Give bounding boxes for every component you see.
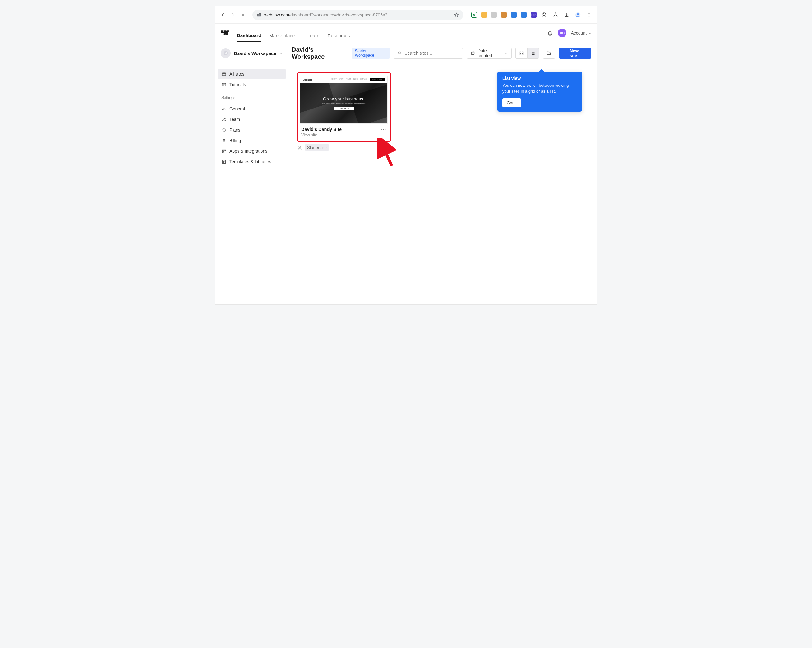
chevron-down-icon: ⌄ <box>589 31 591 35</box>
template-icon <box>221 159 226 164</box>
new-folder-button[interactable] <box>543 47 555 59</box>
extensions-icon[interactable] <box>541 12 548 18</box>
webflow-logo-icon[interactable] <box>221 29 229 37</box>
sidebar-item-all-sites[interactable]: All sites <box>218 69 286 79</box>
site-options-icon[interactable]: ··· <box>381 127 386 131</box>
extension-icon[interactable]: N <box>471 12 477 18</box>
sidebar-item-tutorials[interactable]: Tutorials <box>218 79 286 90</box>
site-card[interactable]: Business ABOUTWORKTEAMBLOGCONTACT CONTAC… <box>296 72 391 142</box>
svg-point-17 <box>223 108 224 109</box>
sidebar-item-plans[interactable]: Plans <box>218 125 286 135</box>
target-icon <box>221 127 226 133</box>
sidebar-item-label: Tutorials <box>229 82 246 87</box>
plan-badge: Starter Workspace <box>352 47 390 59</box>
svg-point-16 <box>222 109 223 110</box>
extension-icon[interactable] <box>491 12 497 18</box>
grid-icon <box>519 51 524 56</box>
draft-icon <box>298 145 302 150</box>
thumb-headline: Grow your business. <box>323 96 364 101</box>
chevron-down-icon: ⌄ <box>352 34 354 38</box>
list-icon <box>531 51 535 56</box>
page-title: David's Workspace <box>292 46 348 60</box>
sidebar-item-team[interactable]: Team <box>218 114 286 125</box>
sort-dropdown[interactable]: Date created ⌄ <box>467 47 512 59</box>
svg-point-4 <box>589 13 589 14</box>
thumb-nav: ABOUTWORKTEAMBLOGCONTACT CONTACT US <box>331 78 385 81</box>
users-icon <box>221 117 226 122</box>
browser-toolbar: webflow.com/dashboard?workspace=davids-w… <box>215 6 597 24</box>
popover-dismiss-button[interactable]: Got it <box>502 98 521 107</box>
plan-tag: Starter site <box>305 144 329 151</box>
sidebar-item-billing[interactable]: Billing <box>218 135 286 146</box>
svg-rect-10 <box>520 52 521 53</box>
address-bar[interactable]: webflow.com/dashboard?workspace=davids-w… <box>252 10 463 20</box>
star-icon[interactable] <box>454 12 459 17</box>
extension-icon[interactable] <box>501 12 507 18</box>
svg-rect-25 <box>222 160 225 163</box>
sidebar-item-templates[interactable]: Templates & Libraries <box>218 156 286 167</box>
svg-point-5 <box>589 14 589 15</box>
list-view-button[interactable] <box>527 47 539 59</box>
nav-learn[interactable]: Learn <box>307 24 319 42</box>
grid-view-button[interactable] <box>516 47 527 59</box>
close-tab-icon[interactable] <box>240 12 246 18</box>
workspace-switcher[interactable]: David's Workspace ⌄ <box>221 48 286 58</box>
forward-icon[interactable] <box>229 12 236 18</box>
svg-rect-23 <box>224 150 225 151</box>
sidebar-item-label: All sites <box>229 72 244 76</box>
labs-icon[interactable] <box>552 12 559 18</box>
sidebar: All sites Tutorials Settings General Tea… <box>215 64 288 301</box>
sidebar-item-label: Apps & Integrations <box>229 149 267 154</box>
workspace-toolbar: David's Workspace ⌄ David's Workspace St… <box>215 42 597 64</box>
new-site-button[interactable]: New site <box>559 47 591 59</box>
svg-point-20 <box>224 118 225 119</box>
svg-point-6 <box>589 16 589 17</box>
extension-icon[interactable] <box>521 12 527 18</box>
svg-rect-1 <box>259 13 261 16</box>
search-input[interactable] <box>394 47 463 59</box>
svg-rect-13 <box>522 53 523 55</box>
sidebar-item-label: Plans <box>229 127 240 133</box>
svg-rect-22 <box>222 150 223 151</box>
view-site-link[interactable]: View site <box>301 133 342 137</box>
download-icon[interactable] <box>563 12 570 18</box>
account-menu[interactable]: Account⌄ <box>571 31 591 35</box>
calendar-icon <box>471 51 475 55</box>
user-avatar[interactable]: DC <box>558 29 566 37</box>
extension-icon[interactable] <box>511 12 517 18</box>
nav-resources[interactable]: Resources⌄ <box>327 24 354 42</box>
thumb-logo-text: Business <box>303 79 313 81</box>
profile-chip-icon[interactable] <box>574 12 582 18</box>
search-icon <box>398 51 402 55</box>
svg-rect-24 <box>222 151 223 153</box>
extension-icon[interactable]: TDK <box>531 12 537 18</box>
nav-dashboard[interactable]: Dashboard <box>237 24 261 42</box>
thumb-sub: Give your business a boost with our beau… <box>322 102 365 104</box>
svg-rect-11 <box>522 52 523 53</box>
svg-rect-14 <box>222 73 225 76</box>
back-icon[interactable] <box>220 12 226 18</box>
svg-point-3 <box>577 13 578 15</box>
folder-plus-icon <box>546 51 551 56</box>
svg-rect-12 <box>520 53 521 55</box>
kebab-menu-icon[interactable] <box>586 12 592 18</box>
svg-point-19 <box>223 118 224 119</box>
dollar-icon <box>221 138 226 143</box>
chevron-down-icon: ⌄ <box>296 34 299 38</box>
svg-point-18 <box>225 109 226 110</box>
list-view-popover: List view You can now switch between vie… <box>498 72 582 112</box>
nav-marketplace[interactable]: Marketplace⌄ <box>269 24 299 42</box>
sidebar-item-general[interactable]: General <box>218 104 286 114</box>
extension-icon[interactable] <box>481 12 487 18</box>
site-thumbnail[interactable]: Business ABOUTWORKTEAMBLOGCONTACT CONTAC… <box>298 73 390 124</box>
sliders-icon <box>221 106 226 111</box>
sidebar-item-label: Team <box>229 117 240 122</box>
popover-title: List view <box>502 76 577 81</box>
notifications-icon[interactable] <box>546 29 553 37</box>
content-area: Business ABOUTWORKTEAMBLOGCONTACT CONTAC… <box>288 64 597 301</box>
browser-icon <box>221 72 226 76</box>
sidebar-item-apps[interactable]: Apps & Integrations <box>218 146 286 156</box>
svg-rect-9 <box>471 52 474 55</box>
thumb-cta-button: LEARN MORE <box>334 107 354 110</box>
chevron-down-icon: ⌄ <box>505 51 508 55</box>
